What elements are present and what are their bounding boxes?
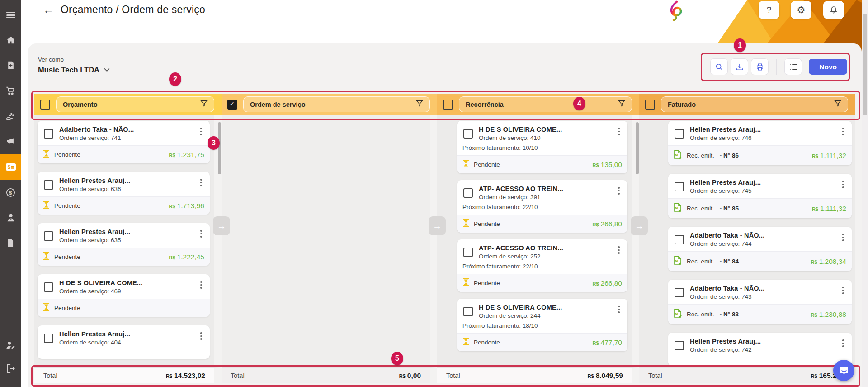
card-checkbox[interactable] xyxy=(44,180,53,190)
amount: 135,00 xyxy=(601,161,622,169)
card-checkbox[interactable] xyxy=(463,188,473,198)
card[interactable]: Adalberto Taka - NÃO...Ordem de serviço:… xyxy=(668,280,852,324)
search-button[interactable] xyxy=(710,58,728,75)
kebab-menu-icon[interactable] xyxy=(840,128,846,135)
column-scrollbar[interactable] xyxy=(218,122,221,174)
card-value: R$1.230,88 xyxy=(811,311,846,319)
filter-icon[interactable] xyxy=(416,100,423,109)
filter-icon[interactable] xyxy=(834,100,841,109)
cart-icon[interactable] xyxy=(0,81,21,101)
column-scroll-arrow[interactable]: → xyxy=(213,216,230,235)
card[interactable]: H DE S OLIVEIRA COME...Ordem de serviço:… xyxy=(38,274,210,317)
filter-icon[interactable] xyxy=(200,100,208,109)
column-title-pill[interactable]: Recorrência xyxy=(459,96,632,112)
kebab-menu-icon[interactable] xyxy=(198,281,204,289)
column-select-checkbox[interactable] xyxy=(645,100,655,110)
column-scroll-arrow[interactable]: → xyxy=(429,216,446,235)
kebab-menu-icon[interactable] xyxy=(840,234,846,241)
card[interactable]: ATP- ACESSO AO TREIN...Ordem de serviço:… xyxy=(457,180,627,233)
amount: 477,70 xyxy=(601,339,622,347)
chat-widget-button[interactable] xyxy=(833,360,854,381)
kebab-menu-icon[interactable] xyxy=(616,128,622,135)
column-title: Orçamento xyxy=(63,101,98,108)
clients-icon[interactable] xyxy=(0,208,21,228)
card-checkbox[interactable] xyxy=(675,182,684,191)
card-checkbox[interactable] xyxy=(463,248,473,257)
documents-icon[interactable] xyxy=(0,233,21,253)
home-icon[interactable] xyxy=(0,30,21,50)
card-main-row: Hellen Prestes Arauj...Ordem de serviço:… xyxy=(38,223,210,248)
kebab-menu-icon[interactable] xyxy=(840,181,846,188)
card-checkbox[interactable] xyxy=(675,341,684,350)
column-scrollbar[interactable] xyxy=(636,122,639,174)
card-checkbox[interactable] xyxy=(44,282,53,292)
column-title-pill[interactable]: Orçamento xyxy=(56,96,214,112)
list-view-button[interactable] xyxy=(784,58,802,75)
column-scroll-arrow[interactable]: → xyxy=(631,216,648,235)
kebab-menu-icon[interactable] xyxy=(198,332,204,340)
kebab-menu-icon[interactable] xyxy=(616,246,622,254)
card[interactable]: Hellen Prestes Arauj...Ordem de serviço:… xyxy=(38,223,210,266)
finance-icon[interactable]: $ xyxy=(0,182,21,202)
notifications-bell-icon[interactable] xyxy=(823,1,844,19)
back-arrow-icon[interactable]: ← xyxy=(43,5,54,15)
card[interactable]: H DE S OLIVEIRA COME...Ordem de serviço:… xyxy=(457,121,627,173)
card-checkbox[interactable] xyxy=(675,288,684,297)
page-scrollbar-thumb[interactable] xyxy=(863,14,867,115)
kebab-menu-icon[interactable] xyxy=(198,230,204,238)
company-selector[interactable]: Music Tech LTDA xyxy=(38,66,110,74)
company-name: Music Tech LTDA xyxy=(38,66,99,74)
column-select-checkbox[interactable] xyxy=(40,100,50,110)
column-title-pill[interactable]: Faturado xyxy=(661,96,848,112)
commissions-icon[interactable] xyxy=(0,107,21,127)
column-title-pill[interactable]: Ordem de serviço xyxy=(243,96,430,112)
card-checkbox[interactable] xyxy=(675,235,684,244)
card[interactable]: ATP- ACESSO AO TREIN...Ordem de serviço:… xyxy=(457,239,627,292)
kebab-menu-icon[interactable] xyxy=(198,179,204,186)
kebab-menu-icon[interactable] xyxy=(616,306,622,313)
marketing-icon[interactable] xyxy=(0,131,21,151)
card[interactable]: Adalberto Taka - NÃO...Ordem de serviço:… xyxy=(668,227,852,271)
card-subtitle: Ordem de serviço: 746 xyxy=(690,134,834,141)
logout-icon[interactable] xyxy=(0,358,21,378)
kebab-menu-icon[interactable] xyxy=(840,287,846,294)
card-main-row: H DE S OLIVEIRA COME...Ordem de serviço:… xyxy=(38,274,210,299)
column-select-checkbox[interactable] xyxy=(227,100,237,110)
card[interactable]: Hellen Prestes Arauj...Ordem de serviço:… xyxy=(668,174,852,218)
page-scrollbar[interactable] xyxy=(862,0,868,387)
currency-symbol: R$ xyxy=(588,373,594,379)
card-subtitle: Ordem de serviço: 635 xyxy=(59,237,192,244)
billing-icon[interactable]: $ xyxy=(0,154,21,180)
card-checkbox[interactable] xyxy=(44,231,53,241)
card-status: Pendente xyxy=(43,252,80,262)
kebab-menu-icon[interactable] xyxy=(616,187,622,195)
kebab-menu-icon[interactable] xyxy=(198,128,204,135)
kebab-menu-icon[interactable] xyxy=(840,339,846,347)
menu-icon[interactable] xyxy=(0,5,21,25)
card[interactable]: Adalberto Taka - NÃO...Ordem de serviço:… xyxy=(38,121,210,163)
print-button[interactable] xyxy=(751,58,769,75)
svg-text:NF: NF xyxy=(675,312,679,315)
new-button[interactable]: Novo xyxy=(809,59,847,75)
download-button[interactable] xyxy=(731,58,748,75)
card-checkbox[interactable] xyxy=(675,129,684,139)
column-select-checkbox[interactable] xyxy=(443,100,453,110)
edit-profile-icon[interactable] xyxy=(0,335,21,355)
card-status-label: Pendente xyxy=(474,280,500,287)
help-button[interactable]: ? xyxy=(759,1,779,19)
card-checkbox[interactable] xyxy=(44,334,53,343)
settings-gear-icon[interactable]: ⚙ xyxy=(791,1,811,19)
card[interactable]: Hellen Prestes Arauj...Ordem de serviço:… xyxy=(668,121,852,165)
card[interactable]: Hellen Prestes Arauj...Ordem de serviço:… xyxy=(668,333,852,366)
card-checkbox[interactable] xyxy=(463,307,473,316)
card-main-row: Hellen Prestes Arauj...Ordem de serviço:… xyxy=(38,172,210,196)
card-title: Adalberto Taka - NÃO... xyxy=(59,126,192,133)
card[interactable]: H DE S OLIVEIRA COME...Ordem de serviço:… xyxy=(457,299,627,351)
filter-icon[interactable] xyxy=(618,100,625,109)
card[interactable]: Hellen Prestes Arauj...Ordem de serviço:… xyxy=(38,172,210,215)
card-next-billing: Próximo faturamento: 10/10 xyxy=(457,144,627,155)
new-document-icon[interactable] xyxy=(0,55,21,75)
card-checkbox[interactable] xyxy=(463,129,473,139)
card[interactable]: Hellen Prestes Arauj...Ordem de serviço:… xyxy=(38,325,210,359)
card-checkbox[interactable] xyxy=(44,129,53,139)
